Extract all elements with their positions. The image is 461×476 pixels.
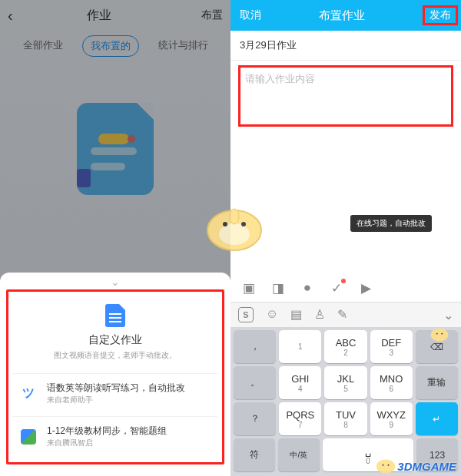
key-ghi[interactable]: GHI4: [279, 366, 321, 399]
mascot-icon: [426, 322, 453, 342]
option-title: 语数英等朗读听写练习，自动批改: [47, 382, 213, 395]
camera-icon[interactable]: ◨: [270, 280, 286, 296]
watermark: 3DMGAME: [397, 460, 456, 473]
clipboard-icon[interactable]: ▤: [290, 307, 302, 322]
content-area: 请输入作业内容: [230, 61, 461, 131]
tooltip-auto-grade: 在线习题，自动批改: [350, 215, 432, 232]
key-lang[interactable]: 中/英: [278, 438, 320, 471]
svg-point-7: [441, 333, 443, 335]
highlight-box-publish: 发布: [423, 5, 458, 25]
option-subtitle: 来自腾讯智启: [47, 438, 213, 448]
publish-button[interactable]: 发布: [429, 8, 451, 21]
mascot-icon: [370, 453, 401, 474]
document-icon: [105, 304, 125, 327]
sogou-icon[interactable]: S: [238, 307, 254, 322]
mic-icon[interactable]: ●: [300, 280, 315, 296]
svg-point-9: [382, 464, 383, 466]
option-title: 自定义作业: [18, 333, 213, 347]
keyboard: ， 1 ABC2 DEF3 ⌫ 。 GHI4 JKL5 MNO6 重输 ？ PQ…: [230, 327, 461, 476]
svg-point-1: [219, 223, 250, 245]
svg-point-6: [436, 333, 438, 335]
key-abc[interactable]: ABC2: [324, 330, 366, 363]
person-icon[interactable]: ♙: [314, 307, 325, 322]
attachment-toolbar: ▣ ◨ ● ✓ ▶: [230, 274, 461, 302]
book-icon: [18, 426, 39, 448]
smile-icon: ツ: [18, 383, 39, 405]
option-title: 1-12年级教材同步，智能题组: [47, 425, 213, 438]
key-pqrs[interactable]: PQRS7: [279, 402, 321, 435]
right-nav: 取消 布置作业 发布: [230, 0, 461, 31]
option-subtitle: 来自老师助手: [47, 395, 213, 405]
emoji-icon[interactable]: ☺: [266, 307, 278, 322]
handwrite-icon[interactable]: ✎: [337, 307, 347, 322]
sheet-handle-icon[interactable]: ⌄: [106, 276, 124, 283]
image-icon[interactable]: ▣: [241, 280, 257, 296]
bottom-sheet: ⌄ 自定义作业 图文视频语音提交，老师手动批改。 ツ 语数英等朗读听写练习，自动…: [0, 273, 230, 476]
key-enter[interactable]: ↵: [416, 402, 458, 435]
svg-point-3: [241, 222, 246, 226]
key-clear[interactable]: 重输: [416, 366, 458, 399]
key-wxyz[interactable]: WXYZ9: [370, 402, 413, 435]
cancel-button[interactable]: 取消: [240, 8, 261, 22]
video-icon[interactable]: ▶: [358, 280, 373, 296]
option-reading-practice[interactable]: ツ 语数英等朗读听写练习，自动批改 来自老师助手: [12, 373, 219, 413]
keyboard-collapse-icon[interactable]: ⌄: [443, 308, 453, 322]
key-tuv[interactable]: TUV8: [324, 402, 366, 435]
key-symbol[interactable]: 符: [234, 438, 275, 471]
option-custom-homework[interactable]: 自定义作业 图文视频语音提交，老师手动批改。: [12, 295, 219, 370]
key-def[interactable]: DEF3: [370, 330, 413, 363]
key-question[interactable]: ？: [234, 402, 276, 435]
key-period[interactable]: 。: [234, 366, 276, 399]
nav-title: 布置作业: [319, 8, 365, 23]
key-mno[interactable]: MNO6: [370, 366, 413, 399]
svg-point-2: [223, 222, 227, 226]
svg-point-8: [376, 459, 396, 473]
option-textbook-sync[interactable]: 1-12年级教材同步，智能题组 来自腾讯智启: [12, 416, 219, 456]
svg-point-10: [387, 464, 389, 466]
key-1[interactable]: 1: [279, 330, 321, 363]
option-subtitle: 图文视频语音提交，老师手动批改。: [18, 350, 213, 361]
highlight-box-options: 自定义作业 图文视频语音提交，老师手动批改。 ツ 语数英等朗读听写练习，自动批改…: [6, 289, 224, 464]
key-jkl[interactable]: JKL5: [324, 366, 366, 399]
highlight-box-input: 请输入作业内容: [238, 65, 453, 127]
homework-date: 3月29日作业: [230, 31, 461, 61]
mascot-icon: [196, 192, 273, 253]
svg-point-5: [431, 329, 449, 342]
check-icon[interactable]: ✓: [329, 280, 344, 296]
key-comma[interactable]: ，: [234, 330, 276, 363]
svg-point-4: [230, 209, 239, 224]
content-input[interactable]: 请输入作业内容: [245, 73, 315, 84]
